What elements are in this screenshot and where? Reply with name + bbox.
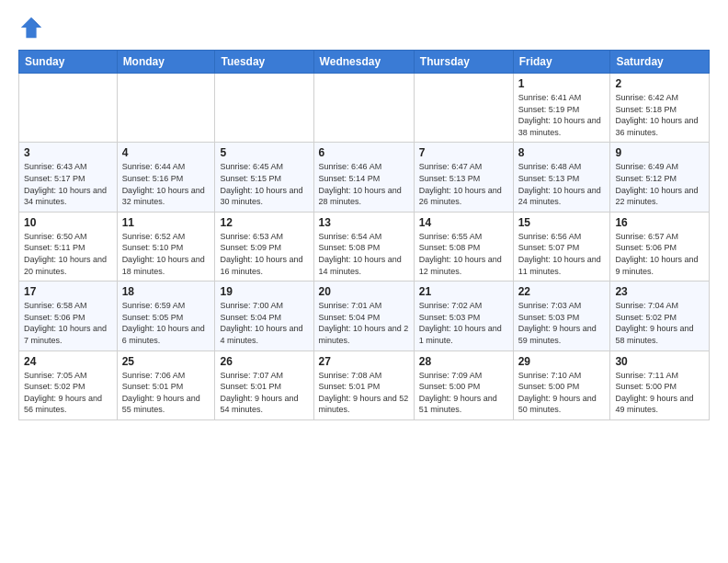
day-number: 14 [419, 216, 508, 229]
day-info: Sunrise: 6:48 AMSunset: 5:13 PMDaylight:… [518, 161, 606, 207]
day-cell: 2Sunrise: 6:42 AMSunset: 5:18 PMDaylight… [610, 74, 710, 143]
day-cell [414, 74, 513, 143]
day-cell: 22Sunrise: 7:03 AMSunset: 5:03 PMDayligh… [513, 282, 610, 350]
day-cell: 20Sunrise: 7:01 AMSunset: 5:04 PMDayligh… [313, 282, 414, 350]
day-number: 10 [24, 216, 112, 229]
day-number: 3 [24, 146, 112, 159]
day-info: Sunrise: 6:53 AMSunset: 5:09 PMDaylight:… [220, 231, 308, 277]
week-row-5: 24Sunrise: 7:05 AMSunset: 5:02 PMDayligh… [19, 350, 710, 419]
day-info: Sunrise: 7:08 AMSunset: 5:01 PMDaylight:… [319, 370, 409, 416]
col-header-thursday: Thursday [414, 51, 513, 74]
day-info: Sunrise: 7:01 AMSunset: 5:04 PMDaylight:… [319, 300, 409, 346]
day-info: Sunrise: 6:49 AMSunset: 5:12 PMDaylight:… [615, 161, 704, 207]
day-cell: 21Sunrise: 7:02 AMSunset: 5:03 PMDayligh… [414, 282, 513, 350]
day-number: 23 [615, 285, 704, 298]
day-cell: 30Sunrise: 7:11 AMSunset: 5:00 PMDayligh… [610, 350, 710, 419]
day-info: Sunrise: 7:03 AMSunset: 5:03 PMDaylight:… [518, 300, 606, 346]
day-cell: 11Sunrise: 6:52 AMSunset: 5:10 PMDayligh… [117, 212, 215, 281]
day-number: 17 [24, 285, 112, 298]
day-info: Sunrise: 7:07 AMSunset: 5:01 PMDaylight:… [220, 370, 308, 416]
day-info: Sunrise: 7:10 AMSunset: 5:00 PMDaylight:… [518, 370, 606, 416]
week-row-1: 1Sunrise: 6:41 AMSunset: 5:19 PMDaylight… [19, 74, 710, 143]
day-cell: 16Sunrise: 6:57 AMSunset: 5:06 PMDayligh… [610, 212, 710, 281]
day-cell [19, 74, 118, 143]
col-header-wednesday: Wednesday [313, 51, 414, 74]
logo [18, 15, 46, 40]
day-info: Sunrise: 6:44 AMSunset: 5:16 PMDaylight:… [122, 161, 210, 207]
logo-icon [18, 15, 44, 40]
week-row-3: 10Sunrise: 6:50 AMSunset: 5:11 PMDayligh… [19, 212, 710, 281]
day-info: Sunrise: 6:57 AMSunset: 5:06 PMDaylight:… [615, 231, 704, 277]
day-number: 24 [24, 355, 112, 368]
day-cell: 12Sunrise: 6:53 AMSunset: 5:09 PMDayligh… [215, 212, 313, 281]
day-number: 13 [319, 216, 409, 229]
day-cell: 9Sunrise: 6:49 AMSunset: 5:12 PMDaylight… [610, 143, 710, 212]
day-info: Sunrise: 7:00 AMSunset: 5:04 PMDaylight:… [220, 300, 308, 346]
day-number: 25 [122, 355, 210, 368]
day-info: Sunrise: 6:42 AMSunset: 5:18 PMDaylight:… [615, 92, 704, 138]
col-header-monday: Monday [117, 51, 215, 74]
day-cell [117, 74, 215, 143]
day-number: 1 [518, 77, 606, 90]
day-info: Sunrise: 6:43 AMSunset: 5:17 PMDaylight:… [24, 161, 112, 207]
day-number: 29 [518, 355, 606, 368]
day-number: 12 [220, 216, 308, 229]
day-cell: 17Sunrise: 6:58 AMSunset: 5:06 PMDayligh… [19, 282, 118, 350]
day-cell: 29Sunrise: 7:10 AMSunset: 5:00 PMDayligh… [513, 350, 610, 419]
day-info: Sunrise: 6:59 AMSunset: 5:05 PMDaylight:… [122, 300, 210, 346]
day-info: Sunrise: 6:56 AMSunset: 5:07 PMDaylight:… [518, 231, 606, 277]
day-info: Sunrise: 7:11 AMSunset: 5:00 PMDaylight:… [615, 370, 704, 416]
day-info: Sunrise: 6:46 AMSunset: 5:14 PMDaylight:… [319, 161, 409, 207]
day-cell: 27Sunrise: 7:08 AMSunset: 5:01 PMDayligh… [313, 350, 414, 419]
day-info: Sunrise: 6:41 AMSunset: 5:19 PMDaylight:… [518, 92, 606, 138]
day-number: 5 [220, 146, 308, 159]
day-info: Sunrise: 6:50 AMSunset: 5:11 PMDaylight:… [24, 231, 112, 277]
day-info: Sunrise: 6:58 AMSunset: 5:06 PMDaylight:… [24, 300, 112, 346]
day-cell: 7Sunrise: 6:47 AMSunset: 5:13 PMDaylight… [414, 143, 513, 212]
day-number: 21 [419, 285, 508, 298]
day-number: 2 [615, 77, 704, 90]
day-number: 26 [220, 355, 308, 368]
day-cell [215, 74, 313, 143]
day-cell: 28Sunrise: 7:09 AMSunset: 5:00 PMDayligh… [414, 350, 513, 419]
col-header-friday: Friday [513, 51, 610, 74]
day-number: 6 [319, 146, 409, 159]
day-number: 15 [518, 216, 606, 229]
day-cell: 13Sunrise: 6:54 AMSunset: 5:08 PMDayligh… [313, 212, 414, 281]
header [18, 15, 710, 40]
day-info: Sunrise: 6:55 AMSunset: 5:08 PMDaylight:… [419, 231, 508, 277]
week-row-2: 3Sunrise: 6:43 AMSunset: 5:17 PMDaylight… [19, 143, 710, 212]
day-info: Sunrise: 7:09 AMSunset: 5:00 PMDaylight:… [419, 370, 508, 416]
day-cell: 10Sunrise: 6:50 AMSunset: 5:11 PMDayligh… [19, 212, 118, 281]
day-cell: 4Sunrise: 6:44 AMSunset: 5:16 PMDaylight… [117, 143, 215, 212]
day-cell: 23Sunrise: 7:04 AMSunset: 5:02 PMDayligh… [610, 282, 710, 350]
day-info: Sunrise: 6:45 AMSunset: 5:15 PMDaylight:… [220, 161, 308, 207]
day-info: Sunrise: 6:54 AMSunset: 5:08 PMDaylight:… [319, 231, 409, 277]
page: SundayMondayTuesdayWednesdayThursdayFrid… [0, 0, 728, 430]
svg-marker-0 [21, 17, 41, 38]
day-number: 19 [220, 285, 308, 298]
day-cell: 1Sunrise: 6:41 AMSunset: 5:19 PMDaylight… [513, 74, 610, 143]
day-number: 7 [419, 146, 508, 159]
calendar-header-row: SundayMondayTuesdayWednesdayThursdayFrid… [19, 51, 710, 74]
calendar: SundayMondayTuesdayWednesdayThursdayFrid… [18, 50, 710, 420]
day-cell: 15Sunrise: 6:56 AMSunset: 5:07 PMDayligh… [513, 212, 610, 281]
day-number: 22 [518, 285, 606, 298]
day-number: 8 [518, 146, 606, 159]
day-number: 27 [319, 355, 409, 368]
day-info: Sunrise: 7:02 AMSunset: 5:03 PMDaylight:… [419, 300, 508, 346]
week-row-4: 17Sunrise: 6:58 AMSunset: 5:06 PMDayligh… [19, 282, 710, 350]
day-info: Sunrise: 7:04 AMSunset: 5:02 PMDaylight:… [615, 300, 704, 346]
day-cell: 6Sunrise: 6:46 AMSunset: 5:14 PMDaylight… [313, 143, 414, 212]
day-number: 4 [122, 146, 210, 159]
day-number: 18 [122, 285, 210, 298]
day-cell: 14Sunrise: 6:55 AMSunset: 5:08 PMDayligh… [414, 212, 513, 281]
day-info: Sunrise: 7:06 AMSunset: 5:01 PMDaylight:… [122, 370, 210, 416]
day-number: 30 [615, 355, 704, 368]
day-info: Sunrise: 6:47 AMSunset: 5:13 PMDaylight:… [419, 161, 508, 207]
day-number: 11 [122, 216, 210, 229]
day-info: Sunrise: 6:52 AMSunset: 5:10 PMDaylight:… [122, 231, 210, 277]
day-cell: 5Sunrise: 6:45 AMSunset: 5:15 PMDaylight… [215, 143, 313, 212]
day-number: 16 [615, 216, 704, 229]
day-number: 28 [419, 355, 508, 368]
